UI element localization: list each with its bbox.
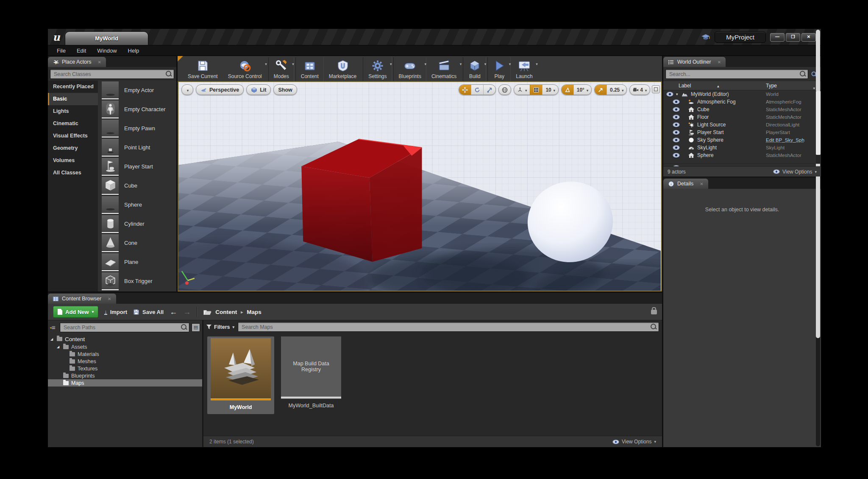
actor-category[interactable]: Cinematic	[48, 118, 98, 130]
toolbar-button[interactable]: Save Current	[183, 57, 223, 81]
actor-category[interactable]: Recently Placed	[48, 81, 98, 93]
tree-row[interactable]: Assets	[48, 343, 202, 350]
outliner-row[interactable]: Floor StaticMeshActor	[663, 113, 821, 121]
asset-tile-builtdata[interactable]: Map Build Data Registry MyWorld_BuiltDat…	[279, 336, 343, 412]
visibility-eye-icon[interactable]	[673, 107, 680, 112]
toolbar-button[interactable]: Source Control	[223, 57, 267, 81]
tab-content-browser[interactable]: Content Browser	[48, 294, 116, 304]
placeable-actor[interactable]: Cylinder	[98, 214, 176, 233]
sources-toggle-button[interactable]	[50, 324, 58, 331]
rotation-snap-toggle[interactable]	[562, 85, 573, 95]
toolbar-button[interactable]: Modes	[268, 57, 294, 81]
placeable-actor[interactable]: Plane	[98, 252, 176, 272]
menu-item[interactable]: Window	[92, 46, 122, 55]
tab-details[interactable]: Details	[663, 179, 708, 189]
world-local-toggle[interactable]	[499, 85, 511, 95]
menu-item[interactable]: Help	[122, 46, 145, 55]
asset-tile-myworld[interactable]: MyWorld	[207, 336, 274, 414]
visibility-eye-icon[interactable]	[673, 145, 680, 150]
placeable-actor[interactable]: Cone	[98, 233, 176, 252]
tree-row[interactable]: Maps	[48, 379, 202, 387]
tutorial-cap-icon[interactable]	[701, 34, 710, 41]
import-button[interactable]: Import	[104, 309, 127, 315]
placeable-actor[interactable]: Sphere	[98, 195, 176, 214]
rotation-snap-value[interactable]: 10°	[573, 85, 591, 95]
toolbar-button[interactable]: Blueprints	[393, 57, 426, 81]
close-icon[interactable]	[97, 60, 101, 64]
visibility-eye-icon[interactable]	[673, 115, 680, 120]
actor-category[interactable]: Basic	[48, 93, 98, 105]
toolbar-button[interactable]: Build	[463, 57, 486, 81]
placeable-actor[interactable]: Cube	[98, 176, 176, 195]
filters-button[interactable]: Filters	[206, 324, 234, 330]
outliner-row[interactable]: Player Start PlayerStart	[663, 129, 821, 136]
level-tab[interactable]: MyWorld	[65, 31, 148, 45]
maximize-viewport-button[interactable]	[652, 85, 660, 93]
placeable-actor[interactable]: Player Start	[98, 157, 176, 176]
viewport-options-button[interactable]	[181, 84, 193, 95]
expand-arrow-icon[interactable]	[50, 337, 54, 341]
rotate-mode-button[interactable]	[471, 85, 483, 95]
outliner-row[interactable]: Sky Sphere Edit BP_Sky_Sph	[663, 136, 821, 144]
grid-snap-value[interactable]: 10	[542, 85, 558, 95]
nav-back-button[interactable]	[170, 308, 177, 317]
close-icon[interactable]	[718, 60, 721, 64]
column-type[interactable]: Type	[766, 83, 821, 89]
scale-snap-toggle[interactable]	[595, 85, 606, 95]
search-paths-input[interactable]	[60, 322, 189, 332]
toolbar-button[interactable]: Settings	[363, 57, 392, 81]
menu-item[interactable]: File	[51, 46, 71, 55]
close-icon[interactable]	[108, 297, 111, 301]
actor-category[interactable]: Geometry	[48, 142, 98, 154]
outliner-row[interactable]: MyWorld (Editor) World	[663, 90, 821, 98]
visibility-eye-icon[interactable]	[673, 153, 680, 158]
surface-snapping-button[interactable]	[514, 85, 530, 95]
visibility-eye-icon[interactable]	[673, 130, 680, 135]
grid-snap-toggle[interactable]	[530, 85, 542, 95]
outliner-row[interactable]: Sphere StaticMeshActor	[663, 151, 821, 159]
placeable-actor[interactable]: Empty Character	[98, 100, 176, 119]
expand-arrow-icon[interactable]	[57, 345, 61, 349]
breadcrumb-content[interactable]: Content	[215, 309, 237, 315]
outliner-row[interactable]: Light Source DirectionalLight	[663, 121, 821, 129]
actor-category[interactable]: All Classes	[48, 167, 98, 179]
nav-forward-button[interactable]	[183, 308, 191, 317]
toolbar-button[interactable]: Cinematics	[426, 57, 462, 81]
tree-row[interactable]: Blueprints	[48, 372, 202, 379]
view-options-button[interactable]: View Options	[612, 439, 656, 445]
actor-category[interactable]: Visual Effects	[48, 130, 98, 142]
viewport[interactable]: Perspective Lit Show	[178, 81, 662, 291]
toolbar-button[interactable]: Launch	[511, 57, 537, 81]
visibility-eye-icon[interactable]	[673, 99, 680, 104]
visibility-eye-icon[interactable]	[673, 122, 680, 127]
scale-snap-value[interactable]: 0.25	[606, 85, 626, 95]
search-assets-input[interactable]	[238, 322, 659, 332]
scale-mode-button[interactable]	[483, 85, 495, 95]
placeable-actor[interactable]: Empty Actor	[98, 81, 176, 100]
tree-row[interactable]: Content	[48, 335, 202, 343]
outliner-search-input[interactable]	[665, 69, 808, 79]
lock-icon[interactable]	[651, 310, 657, 314]
add-new-button[interactable]: Add New	[53, 306, 98, 318]
tab-place-actors[interactable]: Place Actors	[48, 57, 106, 67]
tree-row[interactable]: Textures	[48, 365, 202, 372]
tab-world-outliner[interactable]: World Outliner	[663, 57, 726, 67]
actor-category[interactable]: Lights	[48, 105, 98, 118]
close-button[interactable]: ✕	[801, 33, 816, 42]
tree-row[interactable]: Meshes	[48, 358, 202, 365]
collections-button[interactable]	[192, 323, 200, 332]
actor-category[interactable]: Volumes	[48, 154, 98, 167]
toolbar-button[interactable]: Marketplace	[324, 57, 362, 81]
menu-item[interactable]: Edit	[71, 46, 92, 55]
tree-row[interactable]: Materials	[48, 350, 202, 358]
placeable-actor[interactable]: Point Light	[98, 138, 176, 157]
placeable-actor[interactable]: Sphere Trigger	[98, 291, 176, 291]
window-titlebar[interactable]: u MyWorld MyProject — ❐ ✕	[48, 29, 821, 45]
placeable-actor[interactable]: Empty Pawn	[98, 119, 176, 138]
visibility-eye-icon[interactable]	[666, 92, 673, 97]
outliner-row[interactable]: Atmospheric Fog AtmosphericFog	[663, 98, 821, 106]
search-classes-input[interactable]	[50, 69, 174, 79]
outliner-row[interactable]: Cube StaticMeshActor	[663, 106, 821, 113]
minimize-button[interactable]: —	[770, 33, 785, 42]
expand-arrow-icon[interactable]	[676, 92, 682, 96]
